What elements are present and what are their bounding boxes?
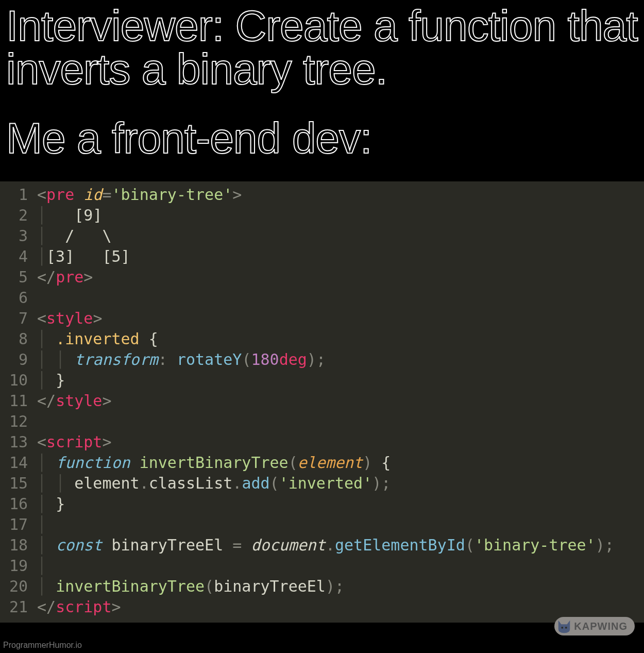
code-editor: 1<pre id='binary-tree'>2│ [9]3│ / \4│[3]…	[0, 181, 644, 623]
code-line: 12	[0, 411, 644, 432]
kapwing-watermark: KAPWING	[554, 617, 635, 635]
line-number: 5	[0, 267, 37, 288]
line-number: 11	[0, 391, 37, 411]
code-content: │ const binaryTreeEl = document.getEleme…	[37, 535, 614, 556]
code-line: 7<style>	[0, 308, 644, 329]
code-content: <style>	[37, 308, 102, 329]
footer-credit: ProgrammerHumor.io	[3, 641, 82, 650]
line-number: 15	[0, 473, 37, 494]
code-content: │ .inverted {	[37, 329, 158, 349]
code-line: 1<pre id='binary-tree'>	[0, 185, 644, 205]
code-line: 9│ │ transform: rotateY(180deg);	[0, 349, 644, 370]
code-content: │ invertBinaryTree(binaryTreeEl);	[37, 576, 344, 597]
line-number: 7	[0, 308, 37, 329]
code-line: 21</script>	[0, 597, 644, 617]
code-line: 18│ const binaryTreeEl = document.getEle…	[0, 535, 644, 556]
line-number: 19	[0, 556, 37, 576]
code-content: </pre>	[37, 267, 93, 288]
code-content: │ function invertBinaryTree(element) {	[37, 453, 391, 473]
code-content: │ }	[37, 494, 65, 514]
code-content: <pre id='binary-tree'>	[37, 185, 242, 205]
line-number: 20	[0, 576, 37, 597]
line-number: 13	[0, 432, 37, 453]
code-content: │ │ element.classList.add('inverted');	[37, 473, 391, 494]
code-content: │ / \	[37, 226, 112, 246]
line-number: 4	[0, 246, 37, 267]
watermark-label: KAPWING	[574, 621, 628, 632]
line-number: 2	[0, 205, 37, 226]
line-number: 6	[0, 288, 37, 308]
code-content: </script>	[37, 597, 121, 617]
line-number: 1	[0, 185, 37, 205]
code-line: 13<script>	[0, 432, 644, 453]
line-number: 17	[0, 514, 37, 535]
code-content: </style>	[37, 391, 112, 411]
code-line: 2│ [9]	[0, 205, 644, 226]
code-line: 15│ │ element.classList.add('inverted');	[0, 473, 644, 494]
code-line: 17│	[0, 514, 644, 535]
code-line: 16│ }	[0, 494, 644, 514]
code-line: 20│ invertBinaryTree(binaryTreeEl);	[0, 576, 644, 597]
code-content: │ [9]	[37, 205, 102, 226]
meme-caption-middle: Me a front-end dev:	[0, 116, 644, 160]
code-line: 6	[0, 288, 644, 308]
line-number: 9	[0, 349, 37, 370]
code-line: 19│	[0, 556, 644, 576]
line-number: 12	[0, 411, 37, 432]
cat-icon	[556, 618, 572, 634]
code-line: 10│ }	[0, 370, 644, 391]
code-line: 4│[3] [5]	[0, 246, 644, 267]
code-line: 5</pre>	[0, 267, 644, 288]
line-number: 10	[0, 370, 37, 391]
code-content: │	[37, 556, 46, 576]
svg-point-1	[565, 627, 567, 629]
code-content: <script>	[37, 432, 112, 453]
line-number: 16	[0, 494, 37, 514]
svg-point-0	[562, 627, 564, 629]
line-number: 3	[0, 226, 37, 246]
line-number: 21	[0, 597, 37, 617]
code-line: 3│ / \	[0, 226, 644, 246]
code-line: 8│ .inverted {	[0, 329, 644, 349]
code-line: 14│ function invertBinaryTree(element) {	[0, 453, 644, 473]
code-content: │	[37, 514, 46, 535]
line-number: 8	[0, 329, 37, 349]
code-content: │[3] [5]	[37, 246, 130, 267]
line-number: 14	[0, 453, 37, 473]
meme-caption-top: Interviewer: Create a function that inve…	[0, 4, 644, 91]
code-content: │ }	[37, 370, 65, 391]
line-number: 18	[0, 535, 37, 556]
code-line: 11</style>	[0, 391, 644, 411]
code-content: │ │ transform: rotateY(180deg);	[37, 349, 326, 370]
